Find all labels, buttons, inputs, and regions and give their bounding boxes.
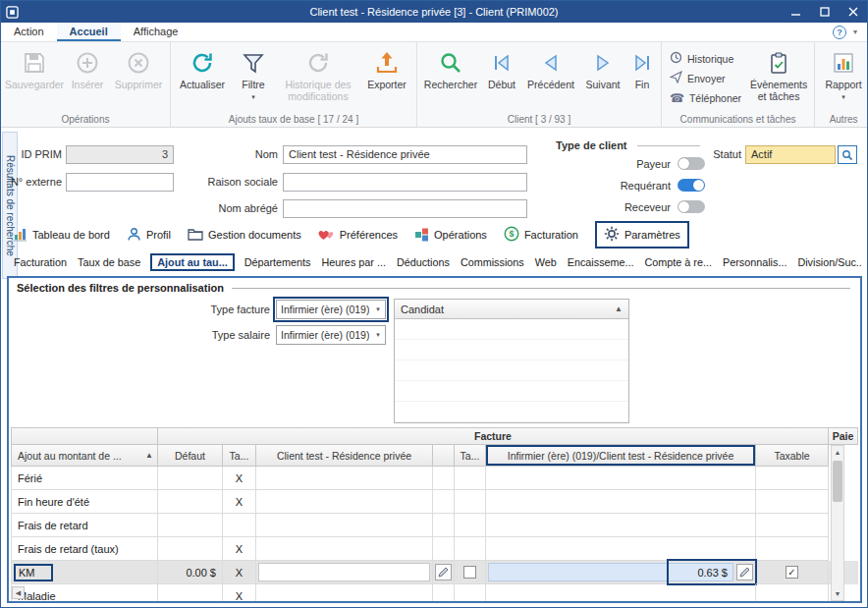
tab-preferences[interactable]: Préférences xyxy=(318,224,398,246)
cell-defaut xyxy=(158,537,223,561)
group-header-facture: Facture xyxy=(158,427,829,445)
subtab-encaissements[interactable]: Encaisseme... xyxy=(567,254,635,270)
type-salaire-combo[interactable]: Infirmier (ère) (019) ▾ xyxy=(276,325,386,345)
column-header-name[interactable]: Ajout au montant de ... ▲ xyxy=(11,445,158,467)
previous-record-icon xyxy=(539,48,563,78)
table-row-maladie[interactable]: Maladie X xyxy=(11,584,858,603)
subtab-division-succursale[interactable]: Division/Suc... xyxy=(796,254,861,270)
externe-field[interactable] xyxy=(66,173,174,192)
nom-abrege-field[interactable] xyxy=(283,199,527,218)
column-header-taxable1[interactable]: Ta... xyxy=(223,445,256,467)
type-facture-highlight: Infirmier (ère) (019) ▾ xyxy=(273,297,389,322)
minimize-button[interactable] xyxy=(782,1,810,23)
subtab-personnalisation[interactable]: Personnalis... xyxy=(722,254,787,270)
table-row-frais-de-retard[interactable]: Frais de retard xyxy=(11,514,858,537)
receveur-toggle[interactable] xyxy=(678,200,705,213)
save-icon xyxy=(22,48,47,78)
tab-tableau-de-bord-label: Tableau de bord xyxy=(32,229,110,241)
column-header-taxable[interactable]: Taxable xyxy=(756,445,829,467)
search-client-button[interactable]: Rechercher xyxy=(420,45,481,91)
infirmier-value-field[interactable]: 0.63 $ xyxy=(488,563,733,581)
subtab-heures-par[interactable]: Heures par ... xyxy=(320,254,386,270)
subtab-ajout-au-taux[interactable]: Ajout au tau... xyxy=(150,253,234,271)
cell-defaut xyxy=(158,467,223,490)
tab-parametres[interactable]: Paramètres xyxy=(595,221,689,249)
column-header-defaut[interactable]: Défaut xyxy=(158,445,223,467)
subtab-facturation[interactable]: Facturation xyxy=(13,254,68,270)
close-button[interactable] xyxy=(839,1,867,23)
scroll-left-icon[interactable]: ◀ xyxy=(12,586,25,599)
raison-sociale-field[interactable] xyxy=(283,173,527,192)
hearts-icon xyxy=(318,227,335,243)
export-button[interactable]: Exporter xyxy=(360,45,413,91)
tab-tableau-de-bord[interactable]: Tableau de bord xyxy=(13,224,110,247)
first-record-button[interactable]: Début xyxy=(481,45,522,91)
edit-infirmier-value-button[interactable] xyxy=(736,564,753,580)
table-row-ferie[interactable]: Férié X xyxy=(11,467,858,490)
cell-taxable-mark: X xyxy=(223,490,256,514)
nom-field[interactable]: Client test - Résidence privée xyxy=(283,145,527,164)
column-header-infirmier[interactable]: Infirmier (ère) (019)/Client test - Rési… xyxy=(486,445,756,467)
table-row-frais-de-retard-taux[interactable]: Frais de retard (taux) X xyxy=(11,537,858,561)
statut-field[interactable]: Actif xyxy=(745,145,836,164)
cell-client xyxy=(256,584,433,603)
check-icon: ✓ xyxy=(787,567,795,578)
subtab-taux-de-base[interactable]: Taux de base xyxy=(77,254,141,270)
events-tasks-button[interactable]: Évènements et tâches xyxy=(746,45,811,102)
next-record-button[interactable]: Suivant xyxy=(579,45,626,91)
filter-button[interactable]: Filtre ▾ xyxy=(231,45,276,100)
vertical-scroll-thumb[interactable] xyxy=(833,461,842,502)
table-row-km[interactable]: KM 0.00 $ X 0.63 $ ✓ xyxy=(11,561,858,584)
requerant-toggle[interactable] xyxy=(678,179,705,192)
tab-profil[interactable]: Profil xyxy=(127,224,171,247)
ribbon-options-caret-icon[interactable]: ▾ xyxy=(853,28,857,36)
menu-action[interactable]: Action xyxy=(1,23,57,41)
clipboard-check-icon xyxy=(769,48,788,78)
column-header-client[interactable]: Client test - Résidence privée xyxy=(256,445,433,467)
menu-accueil[interactable]: Accueil xyxy=(57,23,121,41)
tab-operations[interactable]: Opérations xyxy=(414,224,487,247)
client-taxable-checkbox[interactable] xyxy=(463,566,476,579)
subtab-departements[interactable]: Départements xyxy=(244,254,312,270)
subtab-commissions[interactable]: Commissions xyxy=(460,254,525,270)
taxable-checkbox[interactable]: ✓ xyxy=(786,566,798,579)
subtab-deductions[interactable]: Déductions xyxy=(396,254,451,270)
client-value-field[interactable] xyxy=(258,563,430,581)
cell-client[interactable] xyxy=(256,561,433,584)
statut-lookup-button[interactable] xyxy=(838,145,857,164)
help-icon[interactable]: ? xyxy=(833,26,846,39)
refresh-button[interactable]: Actualiser xyxy=(174,45,231,91)
subtab-compte-a-recevoir[interactable]: Compte à re... xyxy=(644,254,713,270)
cell-edit xyxy=(433,467,455,490)
payeur-label: Payeur xyxy=(596,158,671,170)
payeur-toggle[interactable] xyxy=(678,157,705,170)
vertical-scrollbar[interactable]: ▲ ▼ xyxy=(831,445,844,601)
type-facture-combo[interactable]: Infirmier (ère) (019) ▾ xyxy=(276,300,386,319)
envoyer-label: Envoyer xyxy=(687,73,726,84)
telephoner-button[interactable]: ☎ Téléphoner xyxy=(665,89,746,106)
report-button[interactable]: Rapport ▾ xyxy=(818,45,867,100)
candidat-column-header[interactable]: Candidat ▲ xyxy=(395,300,628,319)
section-tabs: Tableau de bord Profil Gestion documents… xyxy=(13,221,689,249)
table-row-fin-heure-ete[interactable]: Fin heure d'été X xyxy=(11,490,858,514)
menu-affichage[interactable]: Affichage xyxy=(121,23,191,41)
cell-edit xyxy=(433,537,455,561)
pencil-icon xyxy=(739,567,750,578)
scroll-up-icon[interactable]: ▲ xyxy=(832,446,843,459)
previous-record-button[interactable]: Précédent xyxy=(522,45,579,91)
maximize-button[interactable] xyxy=(810,1,839,23)
tab-gestion-documents[interactable]: Gestion documents xyxy=(188,224,301,246)
scroll-down-icon[interactable]: ▼ xyxy=(832,587,843,600)
last-record-label: Fin xyxy=(635,80,650,91)
envoyer-button[interactable]: Envoyer xyxy=(665,70,746,86)
export-label: Exporter xyxy=(367,80,407,91)
cell-infirmier xyxy=(486,537,756,561)
raison-sociale-label: Raison sociale xyxy=(207,176,278,188)
report-label: Rapport xyxy=(825,80,861,91)
last-record-button[interactable]: Fin xyxy=(626,45,658,91)
subtab-web[interactable]: Web xyxy=(534,254,558,270)
tab-facturation[interactable]: $ Facturation xyxy=(504,223,578,247)
report-dropdown-icon: ▾ xyxy=(841,93,845,100)
column-header-taxable2[interactable]: Ta... xyxy=(455,445,486,467)
historique-button[interactable]: Historique xyxy=(665,50,746,67)
